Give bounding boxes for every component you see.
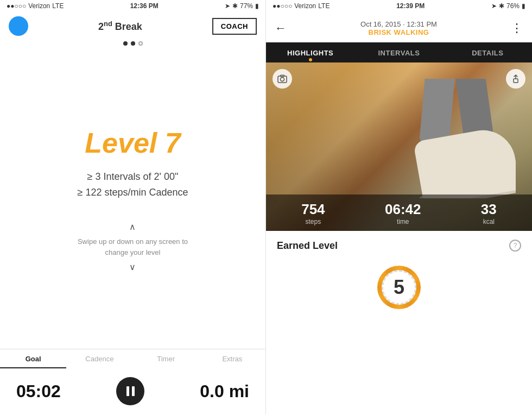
kcal-stat: 33 kcal [481,201,497,225]
camera-icon [277,74,287,83]
level-cadence: ≥ 122 steps/min Cadence [78,185,188,200]
time-value: 06:42 [385,201,421,218]
level-intervals: ≥ 3 Intervals of 2' 00" [78,169,188,185]
right-battery-percent: 76% [506,2,520,10]
level-description: ≥ 3 Intervals of 2' 00" ≥ 122 steps/min … [78,169,188,200]
tab-bar: Goal Cadence Timer Extras [0,349,265,371]
right-battery-icon: ▮ [522,2,525,10]
shoe-graphic [407,79,516,198]
workout-stats-bar: 754 steps 06:42 time 33 kcal [266,195,532,231]
pause-bar-right [132,386,135,396]
break-ordinal: nd [104,20,112,28]
coach-button[interactable]: COACH [212,18,257,35]
left-carrier-info: ●●○○○ Verizon LTE [7,2,64,10]
right-tab-bar: HIGHLIGHTS INTERVALS DETAILS [266,42,532,62]
pause-bar-left [126,386,129,396]
share-button[interactable] [506,69,525,89]
level-section: Level 7 ≥ 3 Intervals of 2' 00" ≥ 122 st… [0,50,265,349]
workout-image: 754 steps 06:42 time 33 kcal [266,62,532,231]
time-stat: 06:42 time [385,201,421,225]
tab-details[interactable]: DETAILS [444,42,532,62]
tab-highlights[interactable]: HIGHLIGHTS [266,42,354,62]
right-signal-dots: ●●○○○ [273,2,292,10]
svg-point-1 [281,78,284,81]
time-label: time [385,218,421,225]
pause-button[interactable] [116,377,144,405]
help-button[interactable]: ? [509,240,521,252]
break-number: 2 [98,21,104,32]
right-status-bar: ●●○○○ Verizon LTE 12:39 PM ➤ ✱ 76% ▮ [266,0,532,12]
right-network-type: LTE [318,2,330,10]
earned-medal: 5 [377,266,421,309]
battery-percent: 77% [240,2,253,10]
signal-dots: ●●○○○ [7,2,26,10]
chevron-up-icon: ∧ [129,222,136,232]
kcal-value: 33 [481,201,497,218]
tab-timer[interactable]: Timer [133,355,199,368]
steps-value: 754 [301,201,325,218]
svg-rect-3 [514,79,518,83]
workout-date: Oct 16, 2015 · 12:31 PM [287,20,511,28]
steps-label: steps [301,218,325,225]
location-icon: ➤ [225,2,230,10]
tab-goal[interactable]: Goal [0,355,66,368]
back-button[interactable]: ← [275,21,287,35]
break-label: 2nd Break [98,20,142,33]
tab-intervals[interactable]: INTERVALS [354,42,443,62]
medal-outer: 5 [377,266,421,309]
earned-level-title: Earned Level [277,240,338,252]
left-header: 2nd Break COACH [0,12,265,40]
bottom-stats-bar: 05:02 0.0 mi [0,371,265,414]
kcal-label: kcal [481,218,497,225]
right-bluetooth-icon: ✱ [499,2,504,10]
pause-icon [126,386,135,396]
tab-cadence[interactable]: Cadence [66,355,132,368]
swipe-section: ∧ Swipe up or down on any screen tochang… [78,222,188,272]
steps-stat: 754 steps [301,201,325,225]
left-battery: ➤ ✱ 77% ▮ [225,2,259,10]
right-title-section: Oct 16, 2015 · 12:31 PM BRISK WALKING [287,20,511,36]
tab-extras[interactable]: Extras [199,355,265,368]
right-battery: ➤ ✱ 76% ▮ [491,2,525,10]
avatar [9,16,28,36]
battery-icon: ▮ [255,2,259,10]
medal-inner: 5 [382,270,416,305]
elapsed-time: 05:02 [16,381,61,402]
swipe-hint-text: Swipe up or down on any screen tochange … [78,236,188,258]
distance-stat: 0.0 mi [200,381,249,402]
left-panel: ●●○○○ Verizon LTE 12:36 PM ➤ ✱ 77% ▮ 2nd… [0,0,266,414]
camera-button[interactable] [273,69,292,89]
network-type: LTE [52,2,64,10]
bluetooth-icon: ✱ [232,2,238,10]
medal-container: 5 [266,260,532,315]
right-carrier-info: ●●○○○ Verizon LTE [273,2,330,10]
workout-type: BRISK WALKING [287,28,511,36]
left-time: 12:36 PM [130,2,159,10]
right-carrier-name: Verizon [294,2,316,10]
more-options-button[interactable]: ⋮ [511,21,523,35]
dot-1 [123,41,128,46]
dot-3 [138,41,143,46]
share-icon [511,74,521,84]
earned-level-section: Earned Level ? [266,231,532,260]
right-header: ← Oct 16, 2015 · 12:31 PM BRISK WALKING … [266,12,532,42]
bottom-nav: Goal Cadence Timer Extras 05:02 0.0 mi [0,349,265,414]
medal-number: 5 [394,276,404,299]
dot-2 [131,41,135,46]
right-time: 12:39 PM [396,2,425,10]
right-location-icon: ➤ [491,2,497,10]
left-status-bar: ●●○○○ Verizon LTE 12:36 PM ➤ ✱ 77% ▮ [0,0,265,12]
level-title: Level 7 [85,127,180,159]
page-dots [0,41,265,46]
carrier-name: Verizon [28,2,50,10]
right-panel: ●●○○○ Verizon LTE 12:39 PM ➤ ✱ 76% ▮ ← O… [266,0,532,414]
chevron-down-icon: ∨ [129,262,136,272]
